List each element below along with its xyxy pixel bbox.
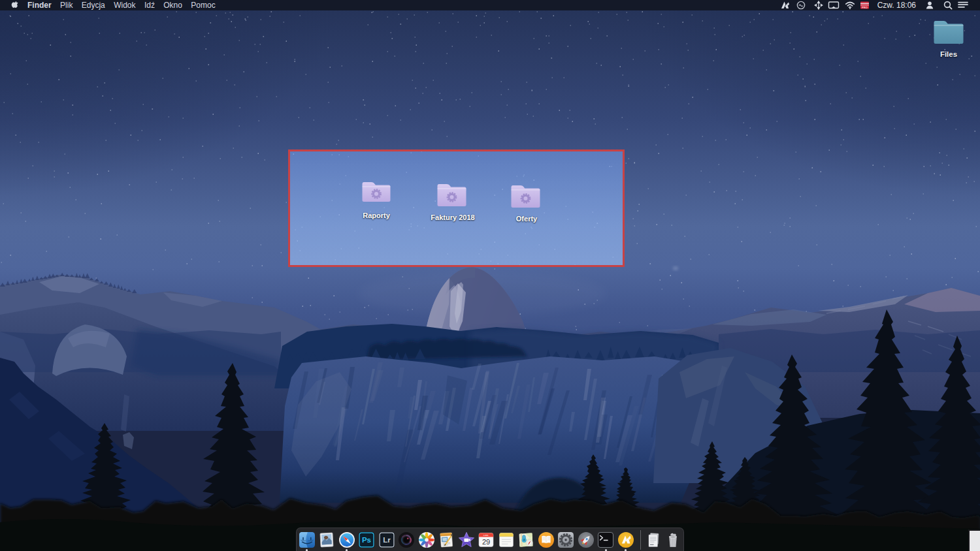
svg-text:Lr: Lr (383, 536, 391, 544)
svg-text:29: 29 (482, 538, 490, 546)
svg-text:PRO: PRO (862, 6, 868, 9)
svg-text:Ps: Ps (362, 536, 371, 544)
svg-text:czw.: czw. (483, 533, 489, 537)
